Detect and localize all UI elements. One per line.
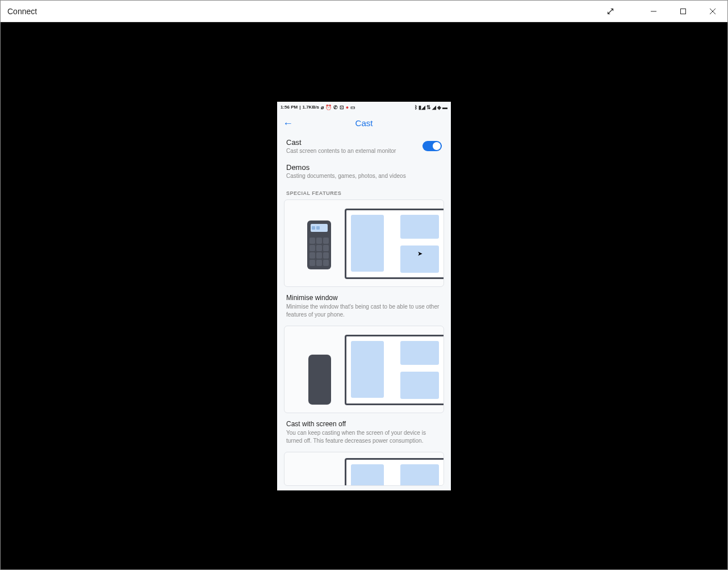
phone-screen[interactable]: 1:56 PM | 1.7KB/s ⌀ ⏰ ✆ ⊡ ● ▭ ᛒ ▮◢ ⇅ ◢ ◈… [277,102,451,490]
status-speed: 1.7KB/s [302,105,319,110]
phone-header: ← Cast [277,113,451,134]
record-icon: ● [346,105,349,110]
minimise-window-desc: Minimise the window that's being cast to… [278,303,450,326]
demos-row[interactable]: Demos Casting documents, games, photos, … [278,159,450,184]
mute-icon: ⌀ [321,105,324,110]
youtube-icon: ▭ [350,105,355,110]
svg-rect-1 [681,9,686,14]
bluetooth-icon: ᛒ [415,105,417,110]
back-button[interactable]: ← [283,118,293,130]
monitor-illustration-3 [345,458,444,486]
cast-screen-off-card [284,326,444,413]
monitor-illustration-2 [345,335,444,405]
expand-icon[interactable] [599,1,622,22]
cast-desc: Cast screen contents to an external moni… [286,148,396,154]
status-icon: ⊡ [340,105,344,110]
whatsapp-icon: ✆ [333,105,338,110]
cast-screen-off-desc: You can keep casting when the screen of … [278,429,450,452]
window-title: Connect [7,7,37,16]
minimise-window-title: Minimise window [278,292,450,303]
client-area: 1:56 PM | 1.7KB/s ⌀ ⏰ ✆ ⊡ ● ▭ ᛒ ▮◢ ⇅ ◢ ◈… [1,22,727,569]
cast-toggle[interactable] [422,141,442,151]
demos-title: Demos [286,163,406,172]
battery-icon: ▬ [442,105,447,110]
minimize-button[interactable] [639,1,668,22]
wifi-icon: ◈ [437,105,441,110]
monitor-illustration [345,209,444,279]
close-button[interactable] [698,1,727,22]
cast-row[interactable]: Cast Cast screen contents to an external… [278,134,450,159]
cast-screen-off-title: Cast with screen off [278,418,450,429]
page-title: Cast [355,118,373,128]
data-icon: ⇅ [426,105,431,110]
phone-statusbar: 1:56 PM | 1.7KB/s ⌀ ⏰ ✆ ⊡ ● ▭ ᛒ ▮◢ ⇅ ◢ ◈… [277,102,451,113]
maximize-button[interactable] [668,1,698,22]
third-feature-card [284,452,444,486]
window-controls [599,1,727,22]
signal-icon: ▮◢ [419,105,425,110]
remote-illustration [307,220,331,269]
special-features-label: SPECIAL FEATURES [278,184,450,199]
alarm-icon: ⏰ [325,105,332,110]
demos-desc: Casting documents, games, photos, and vi… [286,173,406,179]
app-window: Connect 1:56 PM | 1.7KB/s ⌀ [0,0,728,570]
cast-title: Cast [286,138,396,147]
titlebar: Connect [1,1,727,22]
phone-off-illustration [308,355,331,405]
status-time: 1:56 PM [281,105,298,110]
cursor-icon: ➤ [417,250,422,257]
minimise-window-card: ➤ [284,199,444,287]
signal2-icon: ◢ [432,105,436,110]
